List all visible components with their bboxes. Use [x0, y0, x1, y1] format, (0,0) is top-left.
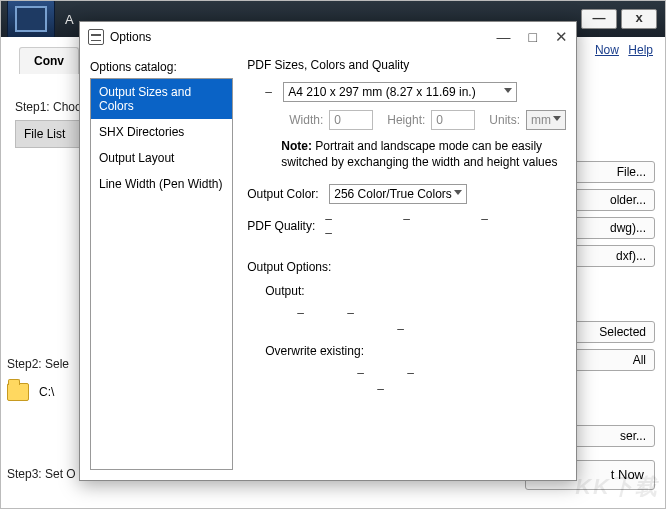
filelist-header: File List: [15, 120, 87, 148]
output-options-title: Output Options:: [247, 260, 566, 274]
catalog-item-output-sizes[interactable]: Output Sizes and Colors: [91, 79, 232, 119]
chevron-down-icon: [454, 190, 462, 195]
output-label: Output:: [247, 284, 566, 298]
step3-label: Step3: Set O: [7, 467, 76, 481]
options-close-button[interactable]: ✕: [555, 30, 568, 44]
units-select[interactable]: mm: [526, 110, 566, 130]
output-placeholder: – –: [247, 306, 566, 320]
output-color-select[interactable]: 256 Color/True Colors: [329, 184, 467, 204]
link-help[interactable]: Help: [628, 43, 653, 57]
main-minimize-button[interactable]: —: [581, 9, 617, 29]
overwrite-placeholder-2: –: [247, 382, 566, 396]
units-label: Units:: [489, 113, 520, 127]
options-icon: [88, 29, 104, 45]
main-close-button[interactable]: x: [621, 9, 657, 29]
height-input[interactable]: 0: [431, 110, 475, 130]
step2-label: Step2: Sele: [7, 357, 69, 371]
overwrite-placeholder: – –: [247, 366, 566, 380]
width-input[interactable]: 0: [329, 110, 373, 130]
chevron-down-icon: [504, 88, 512, 93]
width-label: Width:: [289, 113, 323, 127]
paper-size-value: A4 210 x 297 mm (8.27 x 11.69 in.): [288, 85, 475, 99]
catalog-list: Output Sizes and Colors SHX Directories …: [90, 78, 233, 470]
tab-convert[interactable]: Conv: [19, 47, 79, 74]
pdf-sizes-title: PDF Sizes, Colors and Quality: [247, 58, 566, 72]
settings-panel: PDF Sizes, Colors and Quality – A4 210 x…: [233, 58, 566, 470]
catalog-item-shx[interactable]: SHX Directories: [91, 119, 232, 145]
pdf-quality-label: PDF Quality:: [247, 219, 319, 233]
pdf-quality-placeholder: – – – –: [319, 212, 566, 240]
paper-size-select[interactable]: A4 210 x 297 mm (8.27 x 11.69 in.): [283, 82, 517, 102]
catalog-item-layout[interactable]: Output Layout: [91, 145, 232, 171]
output-color-label: Output Color:: [247, 187, 329, 201]
options-maximize-button[interactable]: □: [529, 30, 537, 44]
options-titlebar: Options — □ ✕: [80, 22, 576, 52]
options-minimize-button[interactable]: —: [497, 30, 511, 44]
catalog-label: Options catalog:: [90, 58, 233, 78]
catalog-item-linewidth[interactable]: Line Width (Pen Width): [91, 171, 232, 197]
app-title: A: [65, 12, 74, 27]
options-dialog: Options — □ ✕ Options catalog: Output Si…: [79, 21, 577, 481]
folder-icon: [7, 383, 29, 401]
chevron-down-icon: [553, 116, 561, 121]
height-label: Height:: [387, 113, 425, 127]
options-title: Options: [110, 30, 151, 44]
link-now[interactable]: Now: [595, 43, 619, 57]
overwrite-label: Overwrite existing:: [247, 344, 566, 358]
output-placeholder-2: –: [247, 322, 566, 336]
dash-icon: –: [265, 85, 283, 99]
note-text: Note: Portrait and landscape mode can be…: [247, 138, 566, 170]
output-path: C:\: [39, 385, 54, 399]
app-icon: [7, 0, 55, 39]
